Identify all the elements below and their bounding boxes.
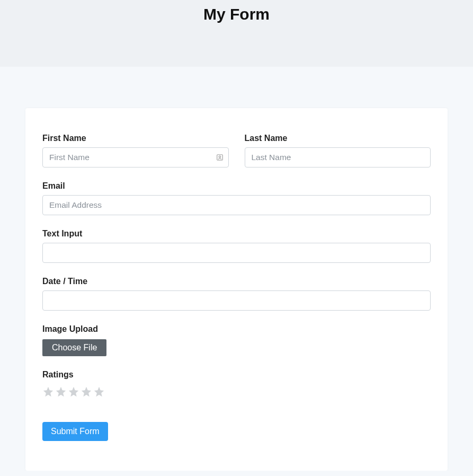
last-name-input[interactable] (245, 147, 431, 168)
choose-file-button[interactable]: Choose File (42, 339, 106, 356)
page-header: My Form (0, 0, 473, 67)
star-rating (42, 386, 431, 398)
star-icon[interactable] (42, 386, 54, 398)
email-input[interactable] (42, 195, 431, 215)
page-title: My Form (0, 5, 473, 23)
text-input-label: Text Input (42, 229, 431, 239)
star-icon[interactable] (68, 386, 79, 398)
first-name-input[interactable] (42, 147, 229, 168)
star-icon[interactable] (81, 386, 92, 398)
form-card: First Name Last Name Email Text Input Da… (25, 108, 448, 471)
ratings-label: Ratings (42, 370, 431, 380)
submit-button[interactable]: Submit Form (42, 422, 108, 441)
email-label: Email (42, 181, 431, 191)
date-time-label: Date / Time (42, 277, 431, 286)
date-time-input[interactable] (42, 290, 431, 311)
first-name-label: First Name (42, 134, 229, 143)
text-input-field[interactable] (42, 243, 431, 263)
star-icon[interactable] (55, 386, 67, 398)
image-upload-label: Image Upload (42, 324, 431, 334)
last-name-label: Last Name (245, 134, 431, 143)
star-icon[interactable] (93, 386, 105, 398)
